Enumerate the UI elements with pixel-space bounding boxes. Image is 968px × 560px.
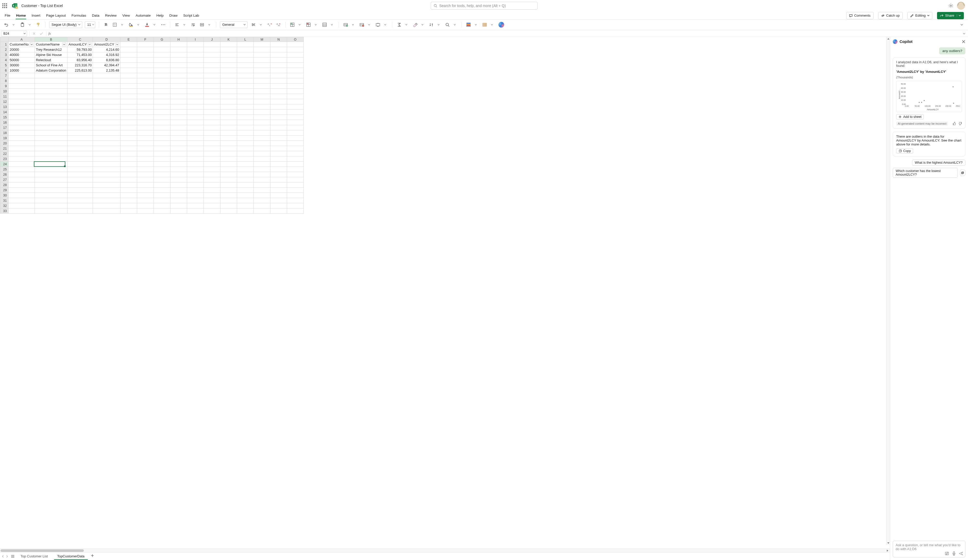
cell-N19[interactable] (270, 136, 287, 141)
cell-H17[interactable] (170, 125, 187, 130)
cell-D27[interactable] (93, 177, 120, 182)
cell-D15[interactable] (93, 115, 120, 120)
cell-M29[interactable] (254, 187, 270, 193)
cell-D12[interactable] (93, 99, 120, 104)
cell-H16[interactable] (170, 120, 187, 125)
cell-A9[interactable] (8, 83, 35, 89)
cell-J23[interactable] (204, 156, 220, 162)
decrease-decimal-button[interactable]: .00 (267, 22, 273, 28)
cell-N2[interactable] (270, 47, 287, 52)
row-header-22[interactable]: 22 (0, 151, 8, 156)
cell-F20[interactable] (137, 141, 154, 146)
cell-M32[interactable] (254, 203, 270, 209)
cell-A4[interactable]: 50000 (8, 58, 35, 63)
cell-B30[interactable] (35, 193, 67, 198)
cell-H10[interactable] (170, 89, 187, 94)
column-header-G[interactable]: G (154, 37, 170, 42)
cell-M2[interactable] (254, 47, 270, 52)
borders-split[interactable] (119, 22, 125, 28)
cell-F2[interactable] (137, 47, 154, 52)
tab-insert[interactable]: Insert (31, 12, 41, 19)
cell-L23[interactable] (237, 156, 254, 162)
cell-L22[interactable] (237, 151, 254, 156)
cell-O30[interactable] (287, 193, 303, 198)
cell-K3[interactable] (220, 52, 237, 58)
share-button[interactable]: Share (937, 12, 964, 19)
cell-G10[interactable] (154, 89, 170, 94)
cell-G4[interactable] (154, 58, 170, 63)
cell-L29[interactable] (237, 187, 254, 193)
cell-E20[interactable] (120, 141, 137, 146)
cell-H8[interactable] (170, 78, 187, 83)
cell-D5[interactable]: 42,394.47 (93, 63, 120, 68)
cell-O2[interactable] (287, 47, 303, 52)
cell-N22[interactable] (270, 151, 287, 156)
cell-H12[interactable] (170, 99, 187, 104)
cell-E11[interactable] (120, 94, 137, 99)
scroll-right-arrow[interactable] (886, 549, 889, 552)
cell-G26[interactable] (154, 172, 170, 177)
cell-F9[interactable] (137, 83, 154, 89)
cell-O31[interactable] (287, 198, 303, 203)
cell-D22[interactable] (93, 151, 120, 156)
cell-M18[interactable] (254, 130, 270, 136)
fill-color-button[interactable] (128, 22, 134, 28)
cell-A17[interactable] (8, 125, 35, 130)
cell-O27[interactable] (287, 177, 303, 182)
cell-M9[interactable] (254, 83, 270, 89)
cell-N10[interactable] (270, 89, 287, 94)
row-header-7[interactable]: 7 (0, 73, 8, 78)
cell-A24[interactable] (8, 162, 35, 167)
more-font-button[interactable] (160, 22, 166, 28)
cell-K26[interactable] (220, 172, 237, 177)
cell-E7[interactable] (120, 73, 137, 78)
cell-K29[interactable] (220, 187, 237, 193)
cell-E10[interactable] (120, 89, 137, 94)
cell-I14[interactable] (187, 109, 204, 115)
cell-B7[interactable] (35, 73, 67, 78)
cell-G11[interactable] (154, 94, 170, 99)
cell-F22[interactable] (137, 151, 154, 156)
cell-E23[interactable] (120, 156, 137, 162)
cell-H13[interactable] (170, 104, 187, 109)
cell-A22[interactable] (8, 151, 35, 156)
sort-filter-button[interactable] (428, 22, 434, 28)
cell-D33[interactable] (93, 209, 120, 214)
cell-F19[interactable] (137, 136, 154, 141)
cell-K28[interactable] (220, 182, 237, 187)
column-header-O[interactable]: O (287, 37, 303, 42)
spreadsheet-grid[interactable]: ABCDEFGHIJKLMNO1CustomerNoCustomerNameAm… (0, 37, 304, 214)
cell-K8[interactable] (220, 78, 237, 83)
row-header-14[interactable]: 14 (0, 109, 8, 115)
cell-F21[interactable] (137, 146, 154, 151)
row-header-13[interactable]: 13 (0, 104, 8, 109)
cell-A1[interactable]: CustomerNo (8, 42, 35, 47)
cell-N18[interactable] (270, 130, 287, 136)
cell-C26[interactable] (67, 172, 93, 177)
cell-G2[interactable] (154, 47, 170, 52)
cell-B21[interactable] (35, 146, 67, 151)
row-header-19[interactable]: 19 (0, 136, 8, 141)
cell-I19[interactable] (187, 136, 204, 141)
catch-up-button[interactable]: Catch up (878, 12, 903, 19)
cell-F28[interactable] (137, 182, 154, 187)
clear-split[interactable] (419, 22, 426, 28)
all-sheets-button[interactable] (11, 555, 15, 558)
row-header-5[interactable]: 5 (0, 63, 8, 68)
cell-O19[interactable] (287, 136, 303, 141)
cell-K32[interactable] (220, 203, 237, 209)
tab-review[interactable]: Review (104, 12, 117, 19)
cell-D8[interactable] (93, 78, 120, 83)
cell-K13[interactable] (220, 104, 237, 109)
cell-J12[interactable] (204, 99, 220, 104)
comments-button[interactable]: Comments (846, 12, 874, 19)
cell-E8[interactable] (120, 78, 137, 83)
cell-N17[interactable] (270, 125, 287, 130)
cell-F11[interactable] (137, 94, 154, 99)
cell-O6[interactable] (287, 68, 303, 73)
cell-C27[interactable] (67, 177, 93, 182)
cell-C30[interactable] (67, 193, 93, 198)
cell-H28[interactable] (170, 182, 187, 187)
cell-N32[interactable] (270, 203, 287, 209)
cell-L32[interactable] (237, 203, 254, 209)
